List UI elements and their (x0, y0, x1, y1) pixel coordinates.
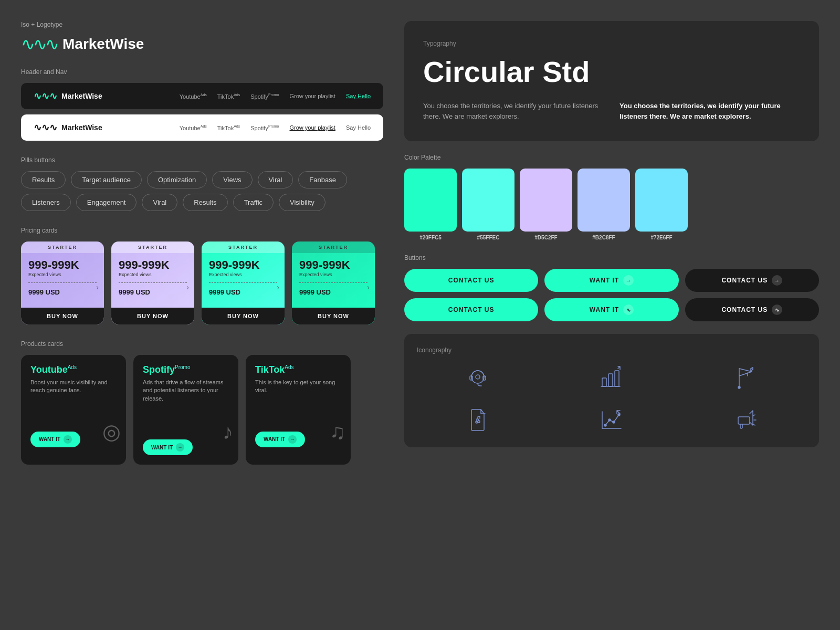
nav-light-spotify[interactable]: SpotifyPromo (250, 124, 279, 131)
products-section-label: Products cards (21, 340, 383, 348)
pricing-buy-button[interactable]: BUY NOW (111, 308, 194, 324)
nav-dark-grow[interactable]: Grow your playlist (290, 93, 335, 99)
swatch-color-block (578, 169, 630, 232)
pricing-section: Pricing cards STARTER 999-999K Expected … (21, 227, 383, 324)
product-card-title: SpotifyPromo (143, 364, 229, 375)
contact-arrow-icon-2: ∿ (772, 304, 782, 315)
contact-us-dark-button-1[interactable]: CONTACT US → (685, 269, 819, 292)
pills-row-2: ListenersEngagementViralResultsTrafficVi… (21, 194, 383, 211)
swatch-hex-label: #55FFEC (462, 232, 514, 242)
typography-sample-bold: You choose the territories, we identify … (620, 101, 800, 123)
product-card-desc: Ads that drive a flow of streams and pot… (143, 379, 229, 403)
pricing-card-body: 999-999K Expected views 9999 USD (21, 253, 104, 302)
pills-row-1: ResultsTarget audienceOptimizationViewsV… (21, 171, 383, 188)
svg-point-7 (738, 386, 740, 388)
product-card: YoutubeAds Boost your music visibility a… (21, 355, 126, 465)
nav-dark-spotify[interactable]: SpotifyPromo (250, 93, 279, 100)
buttons-grid: CONTACT US WANT IT → CONTACT US → CONTAC… (404, 269, 819, 321)
pricing-section-label: Pricing cards (21, 227, 383, 234)
music-flag-icon (685, 363, 806, 393)
contact-arrow-icon-1: → (772, 275, 782, 286)
nav-section: Header and Nav ∿∿∿ MarketWise YoutubeAds… (21, 68, 383, 141)
nav-light-youtube[interactable]: YoutubeAds (180, 124, 207, 131)
pricing-nav-arrow-icon: › (186, 283, 189, 291)
svg-point-12 (613, 421, 615, 423)
pricing-nav-arrow-icon: › (96, 283, 99, 291)
pricing-card: STARTER 999-999K Expected views 9999 USD… (292, 242, 375, 324)
pricing-usd: 9999 USD (119, 288, 187, 296)
pricing-card-body: 999-999K Expected views 9999 USD (202, 253, 285, 302)
swatch-hex-label: #D5C2FF (520, 232, 572, 242)
want-it-arrow-icon: → (176, 443, 184, 452)
contact-us-button-2[interactable]: CONTACT US (404, 298, 538, 321)
pricing-buy-button[interactable]: BUY NOW (202, 308, 285, 324)
want-it-arrow-icon-1: → (623, 275, 634, 286)
pricing-nav-arrow-icon: › (367, 283, 370, 291)
pricing-usd: 9999 USD (28, 288, 97, 296)
nav-light-logo: ∿∿∿ MarketWise (34, 122, 102, 133)
pill-item[interactable]: Results (21, 171, 66, 188)
pill-item[interactable]: Views (212, 171, 252, 188)
nav-light-tiktok[interactable]: TikTokAds (217, 124, 240, 131)
svg-point-11 (608, 419, 611, 421)
pills-section-label: Pills buttons (21, 156, 383, 164)
pill-item[interactable]: Engagement (76, 194, 137, 211)
typography-section: Typography Circular Std You choose the t… (404, 21, 819, 141)
svg-point-3 (476, 375, 480, 379)
product-card: TikTokAds This is the key to get your so… (246, 355, 351, 465)
nav-light-grow[interactable]: Grow your playlist (290, 124, 335, 131)
pill-item[interactable]: Optimization (147, 171, 207, 188)
pill-item[interactable]: Viral (258, 171, 293, 188)
product-want-it-button[interactable]: WANT IT → (143, 439, 193, 455)
swatch-hex-label: #B2C8FF (578, 232, 630, 242)
typography-samples: You choose the territories, we identify … (423, 101, 800, 123)
pricing-card-body: 999-999K Expected views 9999 USD (111, 253, 194, 302)
pricing-buy-button[interactable]: BUY NOW (292, 308, 375, 324)
iconography-section-label: Iconography (417, 346, 806, 354)
nav-dark-logo-text: MarketWise (61, 92, 102, 100)
pricing-price: 999-999K (299, 259, 368, 271)
pricing-card: STARTER 999-999K Expected views 9999 USD… (21, 242, 104, 324)
nav-dark-say-hello[interactable]: Say Hello (346, 93, 371, 99)
color-swatch: #55FFEC (462, 169, 514, 242)
want-it-button-1[interactable]: WANT IT → (544, 269, 678, 292)
pill-item[interactable]: Listeners (21, 194, 71, 211)
pill-item[interactable]: Visibility (279, 194, 326, 211)
pricing-views: Expected views (209, 272, 277, 277)
pricing-views: Expected views (119, 272, 187, 277)
product-want-it-button[interactable]: WANT IT → (30, 432, 80, 447)
product-want-it-button[interactable]: WANT IT → (255, 432, 305, 447)
pricing-card: STARTER 999-999K Expected views 9999 USD… (202, 242, 285, 324)
bar-chart-music-icon (551, 363, 672, 393)
color-swatch: #D5C2FF (520, 169, 572, 242)
nav-dark-youtube[interactable]: YoutubeAds (180, 93, 207, 100)
palette-section: Color Palette #20FFC5#55FFEC#D5C2FF#B2C8… (404, 154, 819, 242)
want-it-button-2[interactable]: WANT IT ∿ (544, 298, 678, 321)
product-card: SpotifyPromo Ads that drive a flow of st… (133, 355, 238, 465)
pill-item[interactable]: Target audience (71, 171, 142, 188)
logo-mark: ∿∿∿ MarketWise (21, 36, 383, 52)
pricing-views: Expected views (299, 272, 368, 277)
pricing-card-tier: STARTER (21, 242, 104, 253)
nav-dark-tiktok[interactable]: TikTokAds (217, 93, 240, 100)
pill-item[interactable]: Results (183, 194, 227, 211)
products-section: Products cards YoutubeAds Boost your mus… (21, 340, 383, 465)
pill-item[interactable]: Viral (142, 194, 177, 211)
swatch-color-block (520, 169, 572, 232)
logo-section: Iso + Logotype ∿∿∿ MarketWise (21, 21, 383, 52)
contact-us-dark-button-2[interactable]: CONTACT US ∿ (685, 298, 819, 321)
nav-demo-dark: ∿∿∿ MarketWise YoutubeAds TikTokAds Spot… (21, 83, 383, 109)
color-swatch: #20FFC5 (404, 169, 457, 242)
pricing-cards-row: STARTER 999-999K Expected views 9999 USD… (21, 242, 383, 324)
svg-rect-14 (738, 417, 750, 424)
pricing-card-tier: STARTER (292, 242, 375, 253)
swatch-hex-label: #20FFC5 (404, 232, 457, 242)
product-card-illustration-icon: ◎ (102, 419, 121, 444)
typography-title: Circular Std (423, 56, 800, 88)
pill-item[interactable]: Fanbase (298, 171, 347, 188)
pill-item[interactable]: Traffic (233, 194, 274, 211)
pricing-buy-button[interactable]: BUY NOW (21, 308, 104, 324)
swatch-color-block (462, 169, 514, 232)
nav-light-say-hello[interactable]: Say Hello (346, 124, 371, 131)
contact-us-button-1[interactable]: CONTACT US (404, 269, 538, 292)
